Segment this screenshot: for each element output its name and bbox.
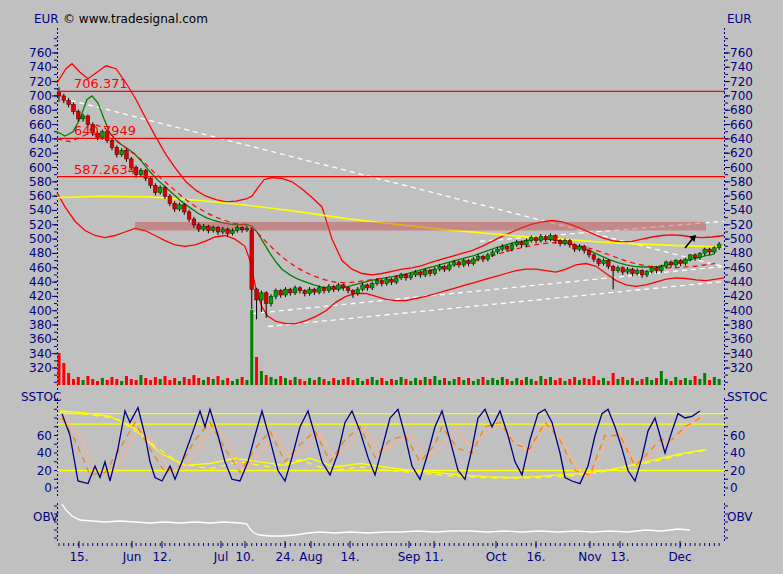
svg-text:600: 600: [730, 161, 753, 175]
svg-text:Jul: Jul: [213, 550, 228, 564]
time-axis: 15.Jun12.Jul10.24.Aug14.Sep11.Oct16.Nov1…: [59, 541, 719, 564]
svg-text:540: 540: [730, 203, 753, 217]
svg-text:460: 460: [730, 261, 753, 275]
svg-text:680: 680: [29, 103, 52, 117]
svg-text:12.: 12.: [152, 550, 171, 564]
svg-text:640: 640: [730, 132, 753, 146]
svg-text:480: 480: [730, 246, 753, 260]
svg-text:460: 460: [29, 261, 52, 275]
svg-text:20: 20: [37, 464, 52, 478]
svg-text:580: 580: [29, 175, 52, 189]
svg-text:640: 640: [29, 132, 52, 146]
svg-text:20: 20: [730, 464, 745, 478]
svg-text:660: 660: [730, 118, 753, 132]
svg-text:Nov: Nov: [578, 550, 601, 564]
svg-text:620: 620: [29, 146, 52, 160]
svg-text:380: 380: [730, 318, 753, 332]
obv-panel: [62, 504, 690, 536]
svg-text:14.: 14.: [340, 550, 359, 564]
svg-text:Oct: Oct: [486, 550, 507, 564]
sstoc-panel: [57, 408, 725, 484]
svg-text:24.: 24.: [275, 550, 294, 564]
svg-text:640.7949: 640.7949: [74, 123, 136, 138]
sstoc-panel-label-right: SSTOC: [727, 390, 767, 404]
svg-text:700: 700: [730, 89, 753, 103]
svg-text:540: 540: [29, 203, 52, 217]
svg-text:0: 0: [730, 481, 738, 495]
svg-text:660: 660: [29, 118, 52, 132]
svg-text:Jun: Jun: [122, 550, 142, 564]
svg-text:15.: 15.: [69, 550, 88, 564]
svg-text:360: 360: [730, 332, 753, 346]
svg-text:420: 420: [730, 289, 753, 303]
svg-text:720: 720: [730, 75, 753, 89]
svg-text:680: 680: [730, 103, 753, 117]
svg-text:60: 60: [730, 429, 745, 443]
svg-text:740: 740: [29, 60, 52, 74]
svg-text:400: 400: [29, 304, 52, 318]
svg-text:380: 380: [29, 318, 52, 332]
obv-panel-label-right: OBV: [727, 510, 753, 524]
svg-text:400: 400: [730, 304, 753, 318]
obv-panel-label-left: OBV: [33, 510, 59, 524]
svg-text:520: 520: [730, 218, 753, 232]
resistance-zone: [135, 222, 706, 231]
svg-text:13.: 13.: [610, 550, 629, 564]
svg-text:587.2634: 587.2634: [74, 162, 136, 177]
svg-text:700: 700: [29, 89, 52, 103]
svg-text:60: 60: [37, 429, 52, 443]
svg-text:740: 740: [730, 60, 753, 74]
svg-text:720: 720: [29, 75, 52, 89]
svg-text:40: 40: [37, 446, 52, 460]
copyright-watermark: © www.tradesignal.com: [63, 12, 208, 26]
price-axis-title-right: EUR: [727, 12, 752, 26]
svg-text:440: 440: [730, 275, 753, 289]
svg-text:340: 340: [29, 347, 52, 361]
svg-text:706.371: 706.371: [74, 76, 128, 91]
svg-text:760: 760: [730, 46, 753, 60]
svg-text:520: 520: [29, 218, 52, 232]
svg-text:560: 560: [29, 189, 52, 203]
sstoc-panel-label-left: SSTOC: [21, 390, 61, 404]
svg-text:560: 560: [730, 189, 753, 203]
price-axis-title-left: EUR: [34, 12, 59, 26]
bollinger-bands: [57, 64, 724, 324]
svg-text:620: 620: [730, 146, 753, 160]
svg-text:500: 500: [29, 232, 52, 246]
trading-chart-window: 3203203403403603603803804004004204204404…: [0, 0, 783, 574]
svg-text:16.: 16.: [526, 550, 545, 564]
svg-text:320: 320: [29, 361, 52, 375]
svg-text:480: 480: [29, 246, 52, 260]
svg-text:Dec: Dec: [668, 550, 691, 564]
chart-canvas[interactable]: 3203203403403603603803804004004204204404…: [0, 0, 783, 574]
support-resistance-lines: 706.371640.7949587.2634: [57, 76, 725, 176]
trendlines: [62, 98, 725, 326]
svg-text:Sep: Sep: [398, 550, 421, 564]
svg-text:320: 320: [730, 361, 753, 375]
svg-text:600: 600: [29, 161, 52, 175]
svg-text:40: 40: [730, 446, 745, 460]
candles: [57, 87, 721, 319]
svg-text:340: 340: [730, 347, 753, 361]
svg-text:580: 580: [730, 175, 753, 189]
svg-text:11.: 11.: [424, 550, 443, 564]
svg-text:760: 760: [29, 46, 52, 60]
volume-bars: [58, 310, 721, 385]
svg-text:10.: 10.: [235, 550, 254, 564]
svg-text:360: 360: [29, 332, 52, 346]
svg-text:0: 0: [44, 481, 52, 495]
svg-text:500: 500: [730, 232, 753, 246]
svg-text:440: 440: [29, 275, 52, 289]
svg-text:Aug: Aug: [299, 550, 322, 564]
svg-text:420: 420: [29, 289, 52, 303]
